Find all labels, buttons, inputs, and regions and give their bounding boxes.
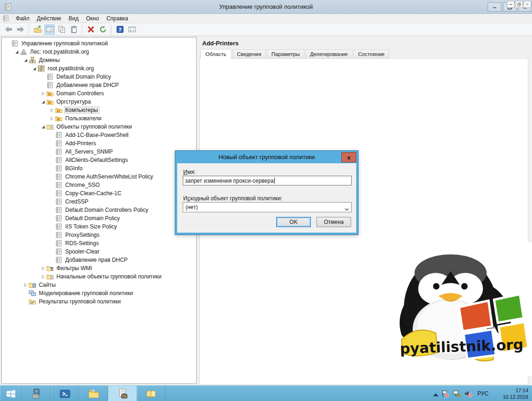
ok-button[interactable]: OK — [276, 217, 311, 227]
tab-delegation[interactable]: Делегирование — [305, 49, 353, 59]
tree-item-label: BGInfo — [64, 165, 83, 172]
taskbar-help-book-app[interactable] — [137, 386, 166, 401]
tree-item-label: Фильтры WMI — [56, 265, 93, 271]
expand-toggle-icon[interactable] — [22, 283, 29, 287]
collapse-toggle-icon[interactable] — [13, 50, 20, 54]
tree-item[interactable]: Фильтры WMI — [2, 264, 196, 272]
tree-item[interactable]: Domain Controllers — [2, 89, 196, 98]
tab-details[interactable]: Сведения — [232, 49, 266, 59]
tree-item[interactable]: Add-1C-Base-PowerShell — [2, 131, 196, 139]
collapse-toggle-icon[interactable] — [40, 125, 46, 129]
tree-item[interactable]: IIS Token Size Policy — [2, 222, 196, 231]
tree-item[interactable]: All_Servers_SNMP — [2, 148, 196, 156]
expand-toggle-icon[interactable] — [40, 275, 46, 279]
tree-item[interactable]: Chrome_SSO — [2, 181, 196, 189]
minimize-button[interactable]: – — [488, 2, 501, 12]
volume-muted-icon[interactable] — [464, 389, 472, 398]
gpo-icon — [46, 73, 54, 80]
tree-item[interactable]: Copy-Clean-Cache-1C — [2, 189, 196, 197]
ou-icon — [55, 115, 62, 122]
network-warning-icon[interactable] — [452, 389, 461, 398]
tree-item[interactable]: root.pyatilistnik.org — [2, 64, 196, 73]
mdi-minimize-button[interactable]: – — [507, 1, 514, 8]
menu-help[interactable]: Справка — [103, 14, 132, 23]
tab-scope[interactable]: Область — [200, 49, 231, 59]
tree-item[interactable]: Добавление прав DHCP — [2, 256, 196, 264]
taskbar-explorer-app[interactable] — [80, 386, 108, 401]
tree-item-label: Chrome AuthServerWhiteList Policy — [64, 173, 154, 180]
gpmc-app-icon-small — [2, 15, 9, 22]
new-window-icon[interactable] — [127, 25, 137, 35]
paste-icon[interactable] — [68, 25, 79, 35]
back-icon[interactable] — [3, 25, 13, 35]
copy-icon[interactable] — [56, 25, 67, 35]
gpo-name-input[interactable]: запрет изменения прокси-сервера — [183, 176, 352, 185]
tab-settings[interactable]: Параметры — [267, 49, 304, 59]
menu-file[interactable]: Файл — [12, 14, 33, 23]
action-center-icon[interactable] — [441, 389, 449, 398]
menu-view[interactable]: Вид — [65, 14, 82, 23]
taskbar-start-button[interactable] — [0, 386, 22, 401]
menu-window[interactable]: Окно — [82, 14, 103, 23]
clock[interactable]: 17:14 10.12.2019 — [495, 387, 528, 400]
tree-item[interactable]: Spooler-Clear — [2, 247, 196, 256]
help-icon[interactable]: ? — [115, 25, 125, 35]
cancel-button[interactable]: Отмена — [316, 217, 351, 227]
tree-item[interactable]: Результаты групповой политики — [2, 297, 196, 306]
tree-item[interactable]: CredSSP — [2, 197, 196, 206]
console-tree-toggle-icon[interactable] — [44, 25, 55, 35]
tree-item[interactable]: Домены — [2, 56, 196, 64]
ou-icon — [46, 98, 54, 105]
tree-item[interactable]: Default Domain Controllers Policy — [2, 206, 196, 214]
tree-item[interactable]: Оргструктура — [2, 98, 196, 106]
gpo-pane-title: Add-Printers — [202, 40, 239, 47]
tree-item[interactable]: RDS-Settings — [2, 239, 196, 247]
tree-item[interactable]: Моделирование групповой политики — [2, 289, 196, 297]
tree-item[interactable]: Управление групповой политикой — [2, 39, 196, 48]
gpo-icon — [55, 248, 62, 255]
refresh-icon[interactable] — [98, 25, 108, 35]
collapse-toggle-icon[interactable] — [22, 58, 29, 62]
tree-item[interactable]: Лес: root.pyatilistnik.org — [2, 48, 196, 56]
taskbar-server-manager-app[interactable] — [22, 386, 51, 401]
expand-toggle-icon[interactable] — [40, 92, 46, 96]
gpo-icon — [55, 156, 62, 164]
tree-item[interactable]: Объекты групповой политики — [2, 123, 196, 131]
text-caret — [274, 178, 275, 184]
menu-action[interactable]: Действие — [33, 14, 65, 23]
mdi-restore-button[interactable] — [515, 1, 523, 8]
tree-item[interactable]: Chrome AuthServerWhiteList Policy — [2, 173, 196, 181]
tree-item[interactable]: Default Domain Policy — [2, 214, 196, 222]
taskbar-powershell-app[interactable] — [51, 386, 80, 401]
gpo-icon — [55, 231, 62, 239]
forward-icon[interactable] — [15, 25, 25, 35]
collapse-toggle-icon[interactable] — [31, 67, 37, 71]
expand-toggle-icon[interactable] — [40, 266, 46, 271]
taskbar: РУС 17:14 10.12.2019 — [0, 385, 532, 401]
chevron-down-icon — [345, 206, 349, 212]
expand-toggle-icon[interactable] — [49, 117, 55, 121]
tree-item[interactable]: Default Domain Policy — [2, 73, 196, 81]
mdi-close-button[interactable]: × — [524, 1, 531, 8]
tree-item[interactable]: Add-Printers — [2, 139, 196, 148]
tree-item-label: RDS-Settings — [64, 240, 100, 247]
export-list-icon[interactable] — [32, 25, 43, 35]
dialog-close-button[interactable]: x — [341, 152, 356, 162]
tab-status[interactable]: Состояние — [353, 49, 389, 59]
tree-item[interactable]: AllClients-DefaultSettings — [2, 156, 196, 164]
tree-item[interactable]: Сайты — [2, 281, 196, 289]
tree-item[interactable]: ProxySettings — [2, 231, 196, 239]
forest-icon — [20, 48, 27, 56]
source-gpo-combobox[interactable]: (нет) — [183, 202, 352, 212]
tree-item[interactable]: Пользователи — [2, 114, 196, 123]
tray-expand-icon[interactable] — [432, 391, 437, 396]
expand-toggle-icon[interactable] — [49, 108, 55, 112]
tree-item[interactable]: Добавление прав DHCP — [2, 81, 196, 89]
taskbar-gpmc-app[interactable] — [108, 386, 137, 401]
tree-item[interactable]: Начальные объекты групповой политики — [2, 272, 196, 281]
language-indicator[interactable]: РУС — [477, 390, 489, 397]
tree-item[interactable]: Компьютеры — [2, 106, 196, 114]
tree-item[interactable]: BGInfo — [2, 164, 196, 173]
collapse-toggle-icon[interactable] — [40, 100, 46, 104]
delete-icon[interactable] — [86, 25, 96, 35]
